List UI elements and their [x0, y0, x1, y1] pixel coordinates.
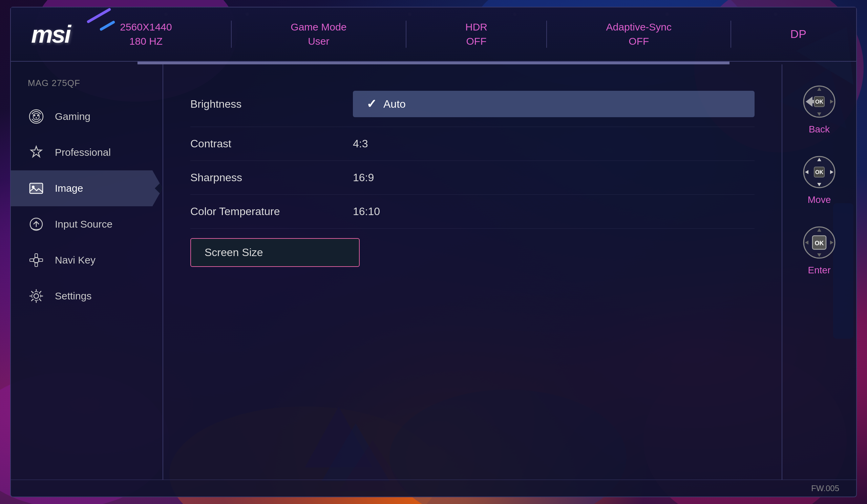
menu-row-brightness[interactable]: Brightness ✓ Auto [190, 81, 754, 127]
back-dpad: OK [802, 85, 836, 119]
brightness-value: ✓ Auto [353, 91, 754, 117]
sidebar-item-gaming[interactable]: Gaming [11, 99, 162, 135]
svg-text:OK: OK [815, 169, 823, 175]
professional-icon [28, 144, 45, 161]
msi-logo: msi [31, 20, 70, 48]
navi-key-icon [28, 252, 45, 269]
menu-row-sharpness[interactable]: Sharpness 16:9 [190, 161, 754, 195]
screen-size-label: Screen Size [190, 238, 360, 267]
main-content: MAG 275QF Gaming [11, 64, 856, 480]
color-temperature-value: 16:10 [353, 205, 754, 218]
move-dpad: OK [802, 155, 836, 189]
svg-rect-23 [30, 183, 43, 193]
menu-row-contrast[interactable]: Contrast 4:3 [190, 127, 754, 161]
game-mode-status: Game Mode User [291, 20, 346, 49]
move-label: Move [808, 194, 831, 205]
resolution-status: 2560X1440 180 HZ [120, 20, 172, 49]
top-status-items: 2560X1440 180 HZ Game Mode User HDR OFF … [90, 20, 836, 49]
svg-point-21 [37, 115, 39, 117]
right-panel: Brightness ✓ Auto Contrast 4:3 Sharpness… [163, 64, 782, 480]
input-status: DP [791, 26, 806, 42]
sidebar-item-settings[interactable]: Settings [11, 278, 162, 314]
hdr-status: HDR OFF [465, 20, 488, 49]
divider-3 [546, 21, 547, 48]
menu-row-screen-size[interactable]: Screen Size [190, 229, 754, 276]
brightness-label: Brightness [190, 98, 353, 110]
fw-version: FW.005 [811, 484, 839, 493]
professional-label: Professional [55, 147, 111, 158]
navi-key-label: Navi Key [55, 254, 96, 266]
model-name: MAG 275QF [11, 78, 162, 99]
divider-2 [406, 21, 406, 48]
enter-control[interactable]: OK Enter [802, 226, 836, 276]
enter-label: Enter [808, 265, 831, 276]
divider-1 [231, 21, 232, 48]
svg-point-26 [33, 257, 39, 263]
move-control[interactable]: OK Move [802, 155, 836, 205]
sidebar: MAG 275QF Gaming [11, 64, 163, 480]
enter-dpad: OK [802, 226, 836, 259]
contrast-value: 4:3 [353, 138, 754, 150]
sidebar-item-navi-key[interactable]: Navi Key [11, 242, 162, 278]
controls-panel: OK Back OK [782, 64, 856, 480]
osd-container: msi 2560X1440 180 HZ Game Mode User HDR … [10, 7, 857, 497]
gaming-label: Gaming [55, 111, 90, 122]
back-control[interactable]: OK Back [802, 85, 836, 135]
gaming-icon [28, 108, 45, 125]
sidebar-item-professional[interactable]: Professional [11, 135, 162, 170]
bottom-bar: FW.005 [11, 480, 856, 496]
sharpness-label: Sharpness [190, 171, 353, 184]
check-mark: ✓ [366, 97, 377, 111]
top-bar: msi 2560X1440 180 HZ Game Mode User HDR … [11, 8, 856, 62]
input-source-icon [28, 216, 45, 233]
back-label: Back [809, 124, 830, 135]
settings-label: Settings [55, 290, 92, 302]
svg-text:OK: OK [815, 240, 824, 247]
svg-text:OK: OK [815, 99, 823, 105]
image-icon [28, 180, 45, 197]
settings-icon [28, 288, 45, 304]
sharpness-value: 16:9 [353, 171, 754, 184]
color-temperature-label: Color Temperature [190, 205, 353, 218]
image-label: Image [55, 183, 83, 194]
active-indicator-bar [11, 62, 856, 64]
input-source-label: Input Source [55, 218, 113, 230]
svg-point-20 [34, 115, 35, 117]
sidebar-item-input-source[interactable]: Input Source [11, 206, 162, 242]
sidebar-item-image[interactable]: Image [11, 170, 162, 206]
contrast-label: Contrast [190, 138, 353, 150]
svg-point-31 [34, 294, 39, 298]
svg-point-32 [32, 292, 41, 300]
menu-row-color-temperature[interactable]: Color Temperature 16:10 [190, 195, 754, 229]
adaptive-sync-status: Adaptive-Sync OFF [606, 20, 672, 49]
divider-4 [730, 21, 731, 48]
svg-point-22 [35, 117, 37, 119]
